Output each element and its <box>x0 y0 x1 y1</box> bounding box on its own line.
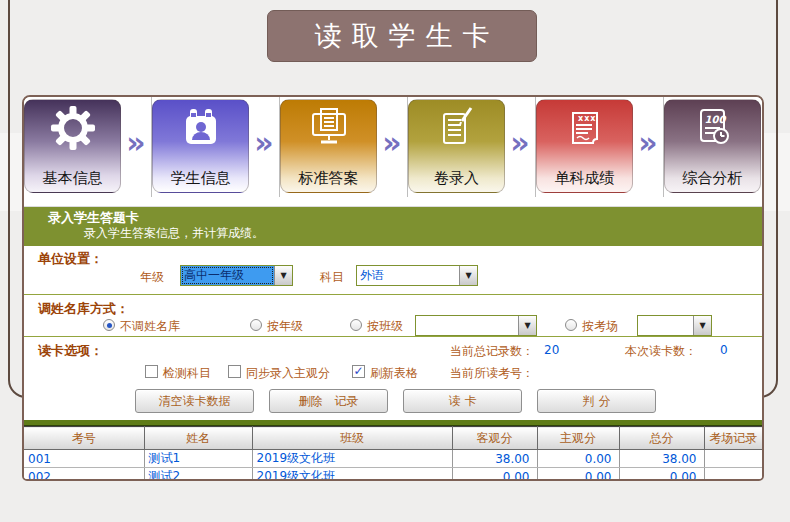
panel-content: 单位设置： 年级 高中一年级 ▼ 科目 外语 ▼ 调姓名库方式： 不调姓名库 按… <box>24 246 762 481</box>
nav-label: 单科成绩 <box>537 169 632 188</box>
dropdown-arrow-button[interactable]: ▼ <box>459 266 477 285</box>
cell-subjective-score: 0.00 <box>537 468 619 482</box>
score-sheet-icon: xxx <box>562 105 608 155</box>
col-name: 姓名 <box>144 427 252 450</box>
results-table-wrap: 考号 姓名 班级 客观分 主观分 总分 考场记录 001 测试1 <box>24 420 762 481</box>
grade-label: 年级 <box>140 269 164 286</box>
nav-item-standard-answer[interactable]: 标准答案 <box>280 99 377 193</box>
score-button[interactable]: 判 分 <box>537 389 656 413</box>
results-table: 考号 姓名 班级 客观分 主观分 总分 考场记录 001 测试1 <box>24 426 762 481</box>
nav-cell: 学生信息 » <box>152 97 280 197</box>
radio-no-name-library[interactable] <box>103 319 115 331</box>
cell-name: 测试1 <box>144 450 252 468</box>
chevron-right-icon: » <box>505 97 535 189</box>
nav-item-comprehensive-analysis[interactable]: 100 综合分析 <box>664 99 761 193</box>
gear-icon <box>50 105 96 155</box>
nav-toolbar: 基本信息 » <box>24 97 762 197</box>
chevron-right-icon: » <box>377 97 407 189</box>
name-library-title: 调姓名库方式： <box>38 300 129 318</box>
nav-cell: xxx 单科成绩 » <box>536 97 664 197</box>
cell-class: 2019级文化班 <box>252 450 452 468</box>
nav-cell: 100 综合分析 <box>664 97 761 197</box>
subject-select[interactable]: 外语 ▼ <box>356 265 478 286</box>
chevron-right-icon: » <box>249 97 279 189</box>
cell-total-score: 0.00 <box>619 468 704 482</box>
checkbox-sync-subjective[interactable] <box>228 365 241 378</box>
cell-subjective-score: 0.00 <box>537 450 619 468</box>
grade-select-value: 高中一年级 <box>181 266 274 285</box>
col-total-score: 总分 <box>619 427 704 450</box>
cell-exam-room-record <box>704 468 762 482</box>
cell-exam-no: 002 <box>24 468 144 482</box>
nav-item-basic-info[interactable]: 基本信息 <box>24 99 121 193</box>
clear-read-data-button[interactable]: 清空读卡数据 <box>135 389 254 413</box>
exam-room-select-value <box>638 316 693 335</box>
nav-cell: 标准答案 » <box>280 97 408 197</box>
chevron-right-icon: » <box>121 97 151 189</box>
col-exam-room-record: 考场记录 <box>704 427 762 450</box>
radio-by-class[interactable] <box>350 319 362 331</box>
nav-item-paper-entry[interactable]: 卷录入 <box>408 99 505 193</box>
session-reads-value: 0 <box>720 343 728 357</box>
toolbar-divider <box>24 197 762 207</box>
report-clock-icon: 100 <box>690 105 736 155</box>
radio-label: 不调姓名库 <box>120 318 180 335</box>
nav-label: 标准答案 <box>281 169 376 188</box>
monitor-answer-icon <box>306 105 352 155</box>
main-panel: 基本信息 » <box>22 95 764 481</box>
radio-label: 按考场 <box>582 318 618 335</box>
checkbox-label: 同步录入主观分 <box>246 365 330 382</box>
paper-pencil-icon <box>434 105 480 155</box>
nav-cell: 基本信息 » <box>24 97 152 197</box>
class-select[interactable]: ▼ <box>415 315 537 336</box>
checkbox-label: 刷新表格 <box>370 365 418 382</box>
grade-select[interactable]: 高中一年级 ▼ <box>180 265 293 286</box>
cell-objective-score: 38.00 <box>452 450 537 468</box>
cell-objective-score: 0.00 <box>452 468 537 482</box>
checkbox-refresh-table[interactable]: ✓ <box>352 365 365 378</box>
radio-label: 按年级 <box>267 318 303 335</box>
svg-text:xxx: xxx <box>578 114 596 123</box>
cell-class: 2019级文化班 <box>252 468 452 482</box>
dropdown-arrow-button[interactable]: ▼ <box>693 316 711 335</box>
total-records-label: 当前总记录数： <box>450 343 534 360</box>
section-header: 录入学生答题卡 录入学生答案信息，并计算成绩。 <box>24 207 762 246</box>
session-reads-label: 本次读卡数： <box>625 343 697 360</box>
table-row[interactable]: 001 测试1 2019级文化班 38.00 0.00 38.00 <box>24 450 762 468</box>
dropdown-arrow-button[interactable]: ▼ <box>274 266 292 285</box>
subject-label: 科目 <box>320 269 344 286</box>
radio-by-exam-room[interactable] <box>565 319 577 331</box>
svg-text:100: 100 <box>704 114 726 125</box>
nav-item-student-info[interactable]: 学生信息 <box>152 99 249 193</box>
delete-record-button[interactable]: 删除 记录 <box>269 389 388 413</box>
nav-label: 综合分析 <box>665 169 760 188</box>
chevron-right-icon: » <box>633 97 663 189</box>
exam-room-select[interactable]: ▼ <box>637 315 712 336</box>
current-examno-label: 当前所读考号： <box>450 365 534 382</box>
col-objective-score: 客观分 <box>452 427 537 450</box>
cell-total-score: 38.00 <box>619 450 704 468</box>
cell-exam-no: 001 <box>24 450 144 468</box>
col-exam-no: 考号 <box>24 427 144 450</box>
checkbox-detect-subject[interactable] <box>145 365 158 378</box>
read-options-title: 读卡选项： <box>38 342 103 360</box>
nav-item-subject-score[interactable]: xxx 单科成绩 <box>536 99 633 193</box>
table-header-row: 考号 姓名 班级 客观分 主观分 总分 考场记录 <box>24 427 762 450</box>
section-header-subtitle: 录入学生答案信息，并计算成绩。 <box>24 226 762 241</box>
read-card-button[interactable]: 读 卡 <box>403 389 522 413</box>
nav-label: 卷录入 <box>409 169 504 188</box>
radio-by-grade[interactable] <box>250 319 262 331</box>
id-card-icon <box>178 105 224 155</box>
dropdown-arrow-button[interactable]: ▼ <box>518 316 536 335</box>
separator <box>24 336 762 337</box>
cell-name: 测试2 <box>144 468 252 482</box>
section-header-title: 录入学生答题卡 <box>24 210 762 226</box>
radio-label: 按班级 <box>367 318 403 335</box>
checkbox-label: 检测科目 <box>163 365 211 382</box>
app-window: 读取学生卡 <box>0 0 790 522</box>
nav-label: 学生信息 <box>153 169 248 188</box>
page-title: 读取学生卡 <box>267 10 537 62</box>
nav-label: 基本信息 <box>25 169 120 188</box>
table-row[interactable]: 002 测试2 2019级文化班 0.00 0.00 0.00 <box>24 468 762 482</box>
col-class: 班级 <box>252 427 452 450</box>
